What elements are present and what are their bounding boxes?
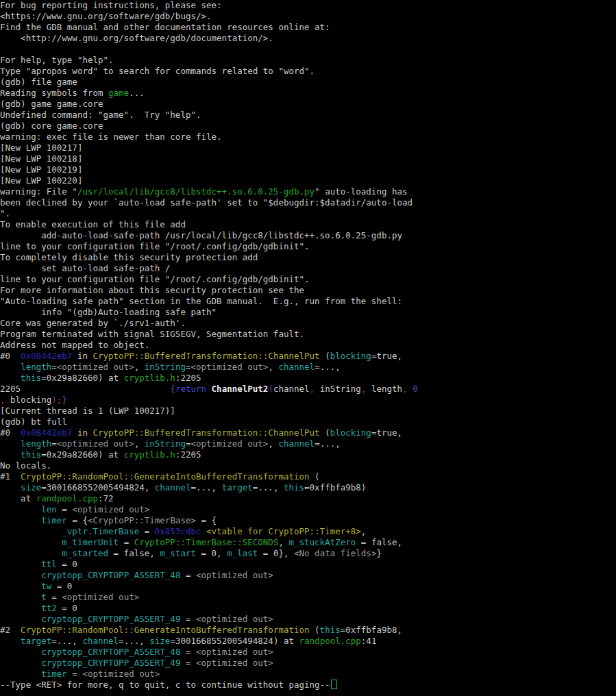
terminal-text: :41 — [361, 636, 377, 646]
terminal-text: length — [366, 384, 402, 394]
terminal-text-grn: cryptlib.h — [124, 373, 175, 383]
terminal-text: , — [268, 362, 278, 372]
terminal-text-olv: CryptoPP::BufferedTransformation::Channe… — [93, 427, 319, 438]
terminal-text — [0, 658, 41, 668]
terminal-text-red: , — [402, 384, 408, 394]
terminal-text: (gdb) core game.core — [0, 121, 103, 131]
terminal-text-teal: blocking — [330, 351, 371, 361]
terminal-line: cryptopp_CRYPTOPP_ASSERT_48 = <optimized… — [0, 647, 616, 658]
terminal-line: info "(gdb)Auto-loading safe path" — [0, 307, 616, 318]
terminal-text-red: , — [0, 395, 5, 405]
terminal-text-gry: <optimized out> — [196, 658, 273, 668]
terminal-line: Find the GDB manual and other documentat… — [0, 22, 616, 33]
terminal-text: add-auto-load-safe-path /usr/local/lib/g… — [0, 230, 402, 240]
terminal-text: = false, — [108, 548, 160, 558]
terminal-text — [0, 559, 41, 569]
terminal-text-teal: tw — [41, 581, 51, 591]
terminal-text: = — [57, 504, 73, 514]
terminal-text-red: , — [310, 384, 315, 394]
terminal-text: Address not mapped to object. — [0, 340, 149, 350]
terminal-line: length=<optimized out>, inString=<optimi… — [0, 438, 616, 449]
terminal-text: For bug reporting instructions, please s… — [0, 0, 222, 10]
terminal-text-gry: <optimized out> — [191, 362, 269, 372]
terminal-text-teal: target — [222, 482, 253, 493]
terminal-text — [206, 384, 212, 394]
terminal-text-pur: ( — [268, 384, 273, 394]
terminal-text: ... — [129, 88, 145, 98]
terminal-text: warning: exec file is newer than core fi… — [0, 132, 222, 142]
terminal-text-grn: randpool.cpp — [299, 636, 361, 646]
terminal-text — [408, 384, 413, 394]
terminal-text: =0xffbfa9b8, — [341, 625, 402, 635]
terminal-text-gry: <optimized out> — [191, 438, 269, 449]
terminal-text: , — [278, 537, 288, 547]
terminal-text — [0, 581, 41, 591]
terminal-text-blu: return — [175, 384, 206, 394]
terminal-output[interactable]: For bug reporting instructions, please s… — [0, 0, 616, 696]
terminal-line: Type "apropos word" to search for comman… — [0, 66, 616, 77]
terminal-text: =0x29a82660) at — [41, 449, 123, 460]
terminal-text: in — [72, 351, 93, 361]
terminal-text: warning: File " — [0, 186, 77, 197]
terminal-text-teal: channel — [82, 636, 119, 646]
terminal-line: ". — [0, 208, 616, 219]
terminal-text-b: ChannelPut2 — [212, 384, 269, 394]
terminal-line: warning: exec file is newer than core fi… — [0, 132, 616, 142]
terminal-line: For bug reporting instructions, please s… — [0, 0, 616, 11]
terminal-text-teal: this — [284, 482, 304, 493]
terminal-text-teal: m_stuckAtZero — [288, 537, 356, 547]
terminal-text-pur: 0 — [412, 384, 418, 394]
terminal-line: timer = {<CryptoPP::TimerBase> = { — [0, 515, 616, 526]
terminal-line: size=3001668552005494824, channel=..., t… — [0, 482, 616, 493]
terminal-text: " auto-loading has — [315, 186, 407, 197]
terminal-text: (gdb) bt full — [0, 417, 67, 427]
terminal-text: = — [47, 592, 62, 602]
terminal-text-teal: size — [21, 482, 41, 493]
terminal-text: =true, — [371, 351, 402, 361]
terminal-text: = 0 — [51, 581, 72, 591]
terminal-text-grn: game — [108, 88, 129, 98]
terminal-text: =..., — [253, 482, 284, 493]
terminal-text: = 0}, — [258, 548, 294, 558]
terminal-text: = — [51, 438, 57, 449]
terminal-text: #2 — [0, 625, 21, 635]
terminal-text: [New LWP 100218] — [0, 153, 82, 164]
terminal-line: m_started = false, m_start = 0, m_last =… — [0, 548, 616, 559]
terminal-text: =..., — [315, 362, 341, 372]
terminal-cursor — [331, 680, 337, 689]
terminal-text-nvy: 0x08442eb7 — [21, 427, 72, 438]
terminal-text: =3001668552005494824) at — [170, 636, 299, 646]
terminal-text-teal: cryptopp_CRYPTOPP_ASSERT_48 — [41, 647, 180, 657]
terminal-line: [New LWP 100219] — [0, 164, 616, 175]
terminal-line: Reading symbols from game... — [0, 88, 616, 99]
terminal-text-olv: CryptoPP::RandomPool::GenerateIntoBuffer… — [21, 471, 309, 482]
terminal-text: set auto-load safe-path / — [0, 263, 170, 273]
terminal-line: No locals. — [0, 460, 616, 471]
terminal-line: Program terminated with signal SIGSEGV, … — [0, 329, 616, 340]
terminal-text: info "(gdb)Auto-loading safe path" — [0, 307, 217, 317]
terminal-text: = 0 — [57, 559, 77, 569]
terminal-line: warning: File "/usr/local/lib/gcc8/libst… — [0, 186, 616, 197]
terminal-text-teal: this — [21, 449, 41, 460]
terminal-text-grn: /usr/local/lib/gcc8/libstdc++.so.6.0.25-… — [77, 186, 315, 197]
terminal-text-teal: this — [320, 625, 341, 635]
terminal-text: To enable execution of this file add — [0, 219, 186, 229]
terminal-text: =0x29a82660) at — [41, 373, 123, 383]
terminal-text: 2205 — [0, 384, 170, 394]
terminal-line: Undefined command: "game". Try "help". — [0, 110, 616, 121]
terminal-line: , blocking);} — [0, 395, 616, 406]
terminal-line: len = <optimized out> — [0, 504, 616, 515]
terminal-text-teal: m_started — [62, 548, 108, 558]
terminal-text-teal: target — [21, 636, 51, 646]
terminal-text: =..., — [119, 636, 149, 646]
terminal-text-teal: len — [41, 504, 57, 514]
terminal-text-gry: <optimized out> — [196, 570, 273, 580]
terminal-line: ttl = 0 — [0, 559, 616, 570]
terminal-text: } — [376, 548, 382, 558]
terminal-text: ( — [320, 427, 330, 438]
terminal-text-gry: <optimized out> — [196, 614, 273, 624]
terminal-line: 2205 {return ChannelPut2(channel, inStri… — [0, 384, 616, 395]
terminal-text: ( — [320, 351, 330, 361]
terminal-text: :2205 — [175, 449, 201, 460]
terminal-text: = — [186, 362, 191, 372]
